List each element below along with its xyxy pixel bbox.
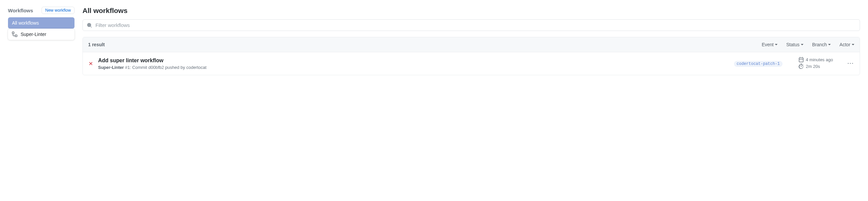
sidebar-title: Workflows: [8, 8, 33, 13]
main-content: All workflows 1 result Event Status: [83, 7, 860, 75]
run-main-info: Add super linter workflow Super-Linter #…: [98, 58, 729, 70]
x-failure-icon: [88, 61, 93, 66]
filter-label: Branch: [812, 42, 827, 47]
run-title[interactable]: Add super linter workflow: [98, 58, 729, 63]
filter-branch-dropdown[interactable]: Branch: [812, 42, 831, 47]
branch-label[interactable]: codertocat-patch-1: [734, 61, 782, 67]
duration-text: 2m 20s: [806, 64, 820, 69]
filter-event-dropdown[interactable]: Event: [762, 42, 778, 47]
calendar-icon: [799, 57, 804, 62]
results-header: 1 result Event Status Branch: [83, 37, 860, 52]
new-workflow-button[interactable]: New workflow: [41, 7, 74, 14]
run-subtitle: Super-Linter #1: Commit d00bfb2 pushed b…: [98, 65, 729, 70]
stopwatch-icon: [799, 63, 804, 69]
filter-status-dropdown[interactable]: Status: [786, 42, 804, 47]
time-ago-line: 4 minutes ago: [799, 57, 842, 62]
chevron-down-icon: [775, 44, 778, 45]
run-menu-button[interactable]: [846, 61, 855, 66]
chevron-down-icon: [852, 44, 855, 45]
duration-line: 2m 20s: [799, 63, 842, 69]
result-count: 1 result: [88, 42, 105, 47]
search-icon: [87, 23, 92, 28]
run-detail-text: #1: Commit d00bfb2 pushed by codertocat: [124, 65, 207, 70]
filter-label: Status: [786, 42, 800, 47]
branch-cell: codertocat-patch-1: [734, 61, 794, 67]
workflows-sidebar: Workflows New workflow All workflows Sup…: [8, 7, 74, 75]
filter-label: Actor: [839, 42, 850, 47]
filter-group: Event Status Branch Actor: [762, 42, 855, 47]
workflow-run-row[interactable]: Add super linter workflow Super-Linter #…: [83, 52, 860, 75]
run-workflow-name: Super-Linter: [98, 65, 124, 70]
filter-actor-dropdown[interactable]: Actor: [839, 42, 855, 47]
workflow-icon: [12, 32, 17, 37]
sidebar-item-label: Super-Linter: [21, 32, 46, 37]
filter-workflows-input[interactable]: [95, 22, 856, 28]
sidebar-item-super-linter[interactable]: Super-Linter: [8, 29, 74, 40]
filter-workflows-box[interactable]: [83, 19, 860, 31]
sidebar-item-all-workflows[interactable]: All workflows: [8, 17, 74, 29]
chevron-down-icon: [828, 44, 831, 45]
results-box: 1 result Event Status Branch: [83, 37, 860, 75]
sidebar-header: Workflows New workflow: [8, 7, 74, 14]
sidebar-item-label: All workflows: [12, 20, 39, 26]
filter-label: Event: [762, 42, 774, 47]
chevron-down-icon: [801, 44, 804, 45]
time-ago-text: 4 minutes ago: [806, 57, 833, 62]
time-cell: 4 minutes ago 2m 20s: [799, 57, 842, 70]
page-title: All workflows: [83, 7, 860, 15]
kebab-icon: [848, 61, 853, 66]
